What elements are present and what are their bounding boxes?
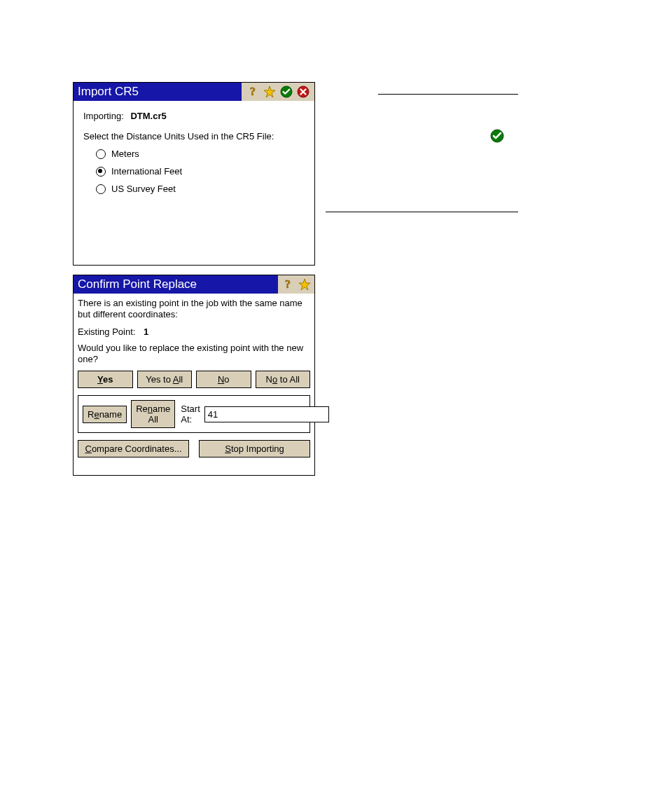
help-icon[interactable]: ? [246, 85, 260, 99]
no-to-all-button[interactable]: No to All [256, 371, 311, 388]
compare-coordinates-button[interactable]: Compare Coordinates... [78, 440, 189, 457]
importing-filename: DTM.cr5 [130, 111, 166, 121]
units-prompt: Select the Distance Units Used in the CR… [83, 131, 307, 142]
top-rule [378, 94, 518, 95]
no-button[interactable]: No [196, 371, 251, 388]
existing-point-row: Existing Point: 1 [78, 326, 310, 337]
svg-marker-6 [299, 279, 310, 290]
importing-label: Importing: [83, 111, 124, 121]
importing-row: Importing: DTM.cr5 [83, 111, 307, 121]
inline-ok-icon [490, 129, 504, 145]
confirm-message-2: Would you like to replace the existing p… [78, 343, 310, 366]
ok-icon[interactable] [279, 85, 293, 99]
close-icon[interactable] [296, 85, 310, 99]
radio-intl-feet[interactable] [96, 167, 106, 177]
import-titlebar-icons: ? [242, 83, 314, 101]
confirm-titlebar: Confirm Point Replace ? [74, 275, 314, 294]
import-title: Import CR5 [78, 85, 242, 99]
rename-button[interactable]: Rename [83, 406, 127, 423]
start-at-input[interactable] [204, 406, 329, 422]
confirm-message-1: There is an existing point in the job wi… [78, 298, 310, 321]
rename-group: Rename Rename All Start At: [78, 395, 310, 433]
bottom-buttons-row: Compare Coordinates... Stop Importing [78, 440, 310, 457]
stop-importing-button[interactable]: Stop Importing [199, 440, 310, 457]
confirm-point-replace-dialog: Confirm Point Replace ? There is an exis… [73, 275, 315, 476]
yes-button[interactable]: Yes [78, 371, 133, 388]
radio-us-feet-label: US Survey Feet [111, 184, 176, 194]
radio-intl-feet-label: International Feet [111, 166, 182, 177]
import-cr5-dialog: Import CR5 ? [73, 82, 315, 266]
svg-text:?: ? [285, 278, 291, 290]
radio-meters[interactable] [96, 149, 106, 159]
start-at-label: Start At: [181, 404, 200, 425]
radio-intl-feet-row[interactable]: International Feet [96, 166, 307, 177]
bottom-rule [326, 212, 518, 212]
radio-meters-row[interactable]: Meters [96, 149, 307, 159]
radio-us-feet-row[interactable]: US Survey Feet [96, 184, 307, 194]
replace-buttons-row: Yes Yes to All No No to All [78, 371, 310, 388]
existing-point-label: Existing Point: [78, 326, 135, 337]
confirm-body: There is an existing point in the job wi… [74, 294, 314, 462]
favorite-icon[interactable] [263, 85, 277, 99]
existing-point-value: 1 [144, 326, 148, 337]
units-radio-group: Meters International Feet US Survey Feet [96, 149, 307, 194]
svg-marker-2 [264, 86, 275, 97]
radio-meters-label: Meters [111, 149, 139, 159]
import-titlebar: Import CR5 ? [74, 83, 314, 101]
radio-us-feet[interactable] [96, 184, 106, 194]
svg-text:?: ? [250, 85, 256, 97]
confirm-title: Confirm Point Replace [78, 277, 278, 291]
help-icon[interactable]: ? [281, 277, 295, 291]
rename-all-button[interactable]: Rename All [131, 400, 175, 428]
yes-to-all-button[interactable]: Yes to All [137, 371, 193, 388]
confirm-titlebar-icons: ? [278, 275, 314, 294]
import-body: Importing: DTM.cr5 Select the Distance U… [74, 101, 314, 205]
favorite-icon[interactable] [298, 277, 312, 291]
